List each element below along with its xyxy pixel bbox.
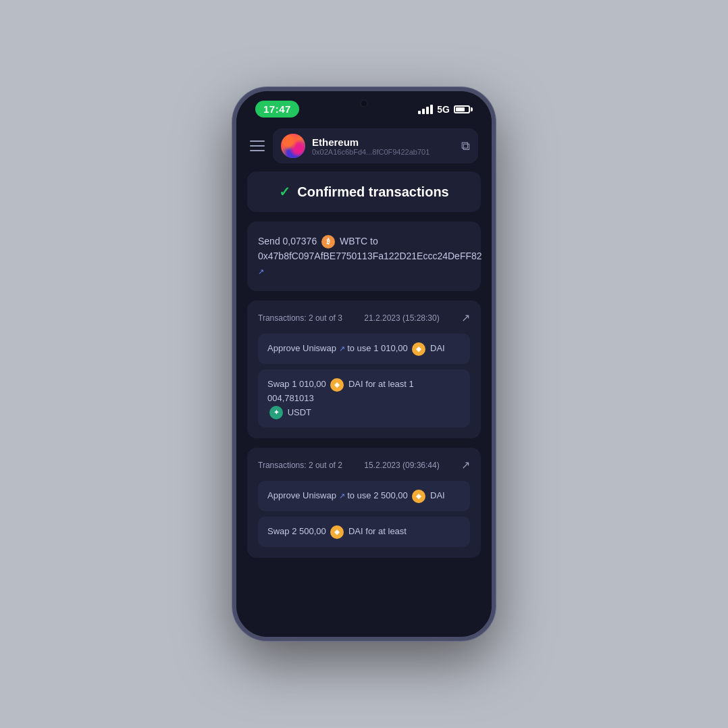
phone-device: 17:47 5G	[232, 87, 496, 641]
tx-address: 0x47b8fC097AfBE7750113Fa122D21Eccc24DeFF…	[258, 251, 482, 261]
transaction-card-1: Send 0,07376 ₿ WBTC to 0x47b8fC097AfBE77…	[247, 222, 481, 291]
dai-icon-1: ◈	[412, 342, 425, 356]
uniswap-link-2[interactable]: ↗	[339, 490, 345, 502]
uniswap-link-1[interactable]: ↗	[339, 343, 345, 355]
approve-use-2: to use 2 500,00	[347, 490, 410, 500]
approve-label-2: Approve Uniswap	[267, 490, 336, 500]
dai-icon-3: ◈	[412, 490, 425, 503]
notch	[320, 91, 408, 111]
dai-icon-4: ◈	[330, 525, 344, 539]
approve-label-1: Approve Uniswap	[267, 343, 336, 353]
tx-item-2-2: Swap 1 010,00 ◈ DAI for at least 1 004,7…	[258, 369, 470, 427]
wallet-name: Ethereum	[312, 136, 454, 148]
menu-button[interactable]	[250, 140, 265, 151]
confirmed-title: Confirmed transactions	[297, 184, 448, 200]
tx-header-3: Transactions: 2 out of 2 15.2.2023 (09:3…	[258, 459, 470, 471]
tx-date-2: 21.2.2023 (15:28:30)	[364, 313, 439, 323]
battery-fill	[456, 107, 465, 111]
menu-line-3	[250, 150, 265, 151]
swap-label-1: Swap 1 010,00	[267, 379, 328, 389]
wallet-avatar	[281, 134, 305, 158]
signal-bar-4	[430, 105, 433, 114]
dai-icon-2: ◈	[330, 378, 344, 392]
app-header: Ethereum 0x02A16c6bFd4...8fC0F9422ab701 …	[236, 123, 492, 172]
signal-bar-3	[426, 107, 429, 114]
tx-item-3-1: Approve Uniswap ↗ to use 2 500,00 ◈ DAI	[258, 481, 470, 511]
signal-bar-1	[418, 111, 421, 114]
battery-body	[454, 105, 470, 113]
usdt-icon-1: ✦	[269, 406, 283, 419]
camera	[360, 99, 368, 107]
wallet-text: Ethereum 0x02A16c6bFd4...8fC0F9422ab701	[312, 136, 454, 156]
phone-frame: 17:47 5G	[232, 87, 496, 641]
check-icon: ✓	[279, 184, 290, 200]
tx-send-label: Send 0,07376	[258, 236, 319, 246]
network-type: 5G	[437, 104, 450, 115]
copy-icon[interactable]: ⧉	[461, 139, 470, 153]
swap-dai-2: DAI for at least	[348, 526, 407, 536]
tx-external-link-1[interactable]: ↗	[258, 266, 264, 278]
dai-symbol-1: DAI	[430, 343, 445, 353]
tx-item-2-1: Approve Uniswap ↗ to use 1 010,00 ◈ DAI	[258, 334, 470, 364]
tx-simple-content: Send 0,07376 ₿ WBTC to 0x47b8fC097AfBE77…	[258, 234, 470, 279]
menu-line-1	[250, 140, 265, 142]
tx-date-3: 15.2.2023 (09:36:44)	[364, 461, 439, 470]
tx-header-2: Transactions: 2 out of 3 21.2.2023 (15:2…	[258, 311, 470, 324]
tx-token-symbol-1: WBTC to	[340, 236, 378, 246]
dai-symbol-2: DAI	[430, 490, 445, 500]
signal-bars	[418, 105, 433, 114]
wallet-info[interactable]: Ethereum 0x02A16c6bFd4...8fC0F9422ab701 …	[273, 128, 478, 163]
transaction-card-2: Transactions: 2 out of 3 21.2.2023 (15:2…	[247, 301, 481, 438]
wbtc-icon: ₿	[321, 235, 335, 249]
transaction-card-3: Transactions: 2 out of 2 15.2.2023 (09:3…	[247, 448, 481, 558]
menu-line-2	[250, 145, 265, 147]
status-time: 17:47	[255, 101, 299, 118]
status-right: 5G	[418, 104, 473, 115]
confirmed-header: ✓ Confirmed transactions	[247, 172, 481, 212]
battery-tip	[471, 107, 473, 111]
scroll-content[interactable]: ✓ Confirmed transactions Send 0,07376 ₿ …	[236, 172, 492, 637]
tx-meta-3: Transactions: 2 out of 2	[258, 461, 342, 470]
signal-bar-2	[422, 109, 425, 114]
wallet-address: 0x02A16c6bFd4...8fC0F9422ab701	[312, 148, 454, 156]
swap-label-2: Swap 2 500,00	[267, 526, 328, 536]
usdt-symbol-1: USDT	[288, 407, 311, 417]
approve-use-1: to use 1 010,00	[347, 343, 410, 353]
tx-item-3-2: Swap 2 500,00 ◈ DAI for at least	[258, 517, 470, 547]
tx-meta-2: Transactions: 2 out of 3	[258, 313, 342, 323]
tx-external-icon-3[interactable]: ↗	[461, 459, 470, 471]
avatar-pattern	[281, 134, 305, 158]
tx-external-icon-2[interactable]: ↗	[461, 311, 470, 324]
battery-icon	[454, 105, 473, 113]
screen: 17:47 5G	[236, 91, 492, 637]
